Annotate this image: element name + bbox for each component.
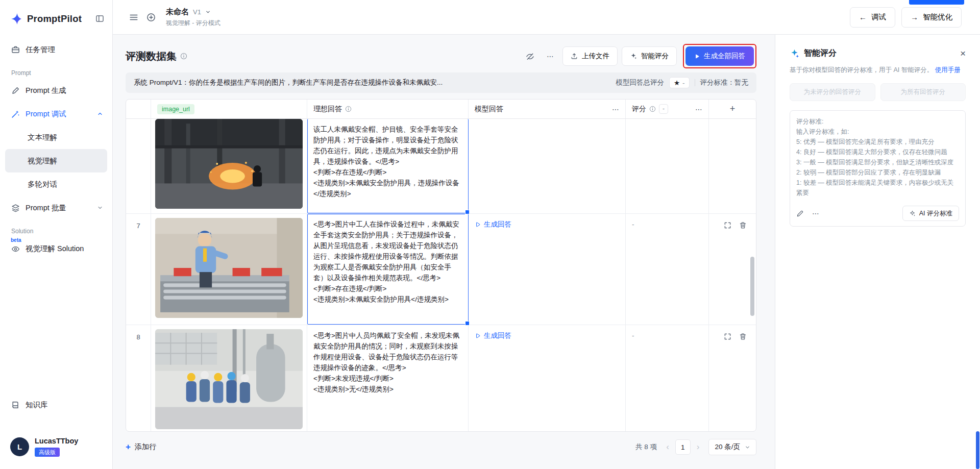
user-profile[interactable]: L LucasTTboy 高级版 [0, 430, 112, 469]
dataset-image[interactable] [155, 218, 303, 318]
info-icon[interactable] [649, 106, 656, 112]
column-menu-icon[interactable]: ⋯ [612, 105, 619, 113]
sidebar-item-prompt-debug[interactable]: Prompt 调试 [0, 102, 112, 126]
pager: ‹ 1 › [666, 439, 699, 455]
generate-all-answers-button[interactable]: 生成全部回答 [685, 46, 754, 66]
sidebar-item-prompt-batch[interactable]: Prompt 批量 [0, 196, 112, 219]
sidebar-collapse-icon[interactable] [95, 14, 104, 23]
sidebar-item-visual-solution[interactable]: beta 视觉理解 Solution [0, 237, 112, 260]
model-answer-cell[interactable] [469, 119, 626, 213]
model-answer-cell[interactable]: 生成回答 [469, 214, 626, 325]
app-root: PromptPilot 任务管理 Prompt Prompt 生成 Prompt… [0, 0, 980, 469]
delete-row-icon[interactable] [739, 221, 747, 229]
chevron-down-icon[interactable] [205, 9, 211, 15]
generate-answer-link[interactable]: 生成回答 [475, 330, 511, 341]
table-scrollbar-thumb[interactable] [750, 257, 754, 316]
ideal-answer-cell[interactable]: <思考>图片中工人在操作设备过程中，未佩戴安全手套这类安全防护用具；关于违规操作… [307, 214, 469, 325]
more-actions-icon[interactable]: ⋯ [542, 48, 558, 64]
page-scrollbar-thumb[interactable] [976, 431, 979, 469]
col-header-ideal-answer: 理想回答 [307, 100, 469, 118]
annotation-highlight-box: 生成全部回答 [683, 44, 756, 68]
sidebar-item-label: 文本理解 [28, 133, 57, 142]
ideal-answer-text: <思考>图片中人员均佩戴了安全帽，未发现未佩戴安全防护用具的情况；同时，未观察到… [313, 330, 462, 394]
topbar: 未命名 V1 视觉理解 - 评分模式 ← 调试 → 智能优化 [113, 0, 980, 35]
close-icon[interactable]: × [960, 48, 966, 58]
total-score-chip: ★ - [669, 77, 690, 88]
debug-button[interactable]: ← 调试 [850, 7, 895, 28]
upload-file-button[interactable]: 上传文件 [562, 46, 618, 66]
sidebar-item-label: Prompt 调试 [26, 109, 66, 119]
plan-badge: 高级版 [35, 448, 60, 457]
sidebar-item-visual-understanding[interactable]: 视觉理解 [5, 149, 107, 172]
table-scrollbar[interactable] [750, 100, 754, 431]
sidebar-item-multi-turn-dialogue[interactable]: 多轮对话 [5, 172, 107, 196]
more-options-icon[interactable]: ⋯ [812, 209, 819, 217]
row-index: 7 [126, 214, 151, 325]
play-icon [694, 54, 700, 59]
column-menu-icon[interactable]: ⋯ [695, 105, 702, 113]
app-title: PromptPilot [27, 13, 82, 24]
delete-row-icon[interactable] [739, 333, 747, 340]
version-label: V1 [193, 8, 201, 16]
page-scrollbar[interactable] [975, 0, 980, 469]
col-header-image-url: image_url [151, 100, 307, 118]
page-size-select[interactable]: 20 条/页 [708, 439, 756, 455]
info-icon[interactable] [180, 53, 187, 60]
dataset-image[interactable] [155, 329, 303, 429]
user-name: LucasTTboy [35, 437, 78, 446]
pen-icon [11, 86, 20, 95]
score-cell[interactable]: - [626, 214, 709, 325]
info-icon[interactable] [345, 106, 352, 112]
panel-description: 基于你对模型回答的评分标准，用于 AI 智能评分。 使用手册 [790, 65, 966, 75]
expand-row-icon[interactable] [724, 221, 731, 229]
row-image-cell[interactable] [151, 325, 307, 432]
page-number[interactable]: 1 [675, 439, 691, 455]
dataset-image[interactable] [155, 119, 303, 209]
score-unscored-button[interactable]: 为未评分的回答评分 [790, 83, 875, 101]
menu-icon[interactable] [125, 9, 142, 26]
smart-optimize-button[interactable]: → 智能优化 [901, 7, 962, 28]
edit-pencil-icon[interactable] [796, 210, 804, 217]
system-prompt-text: 系统 Prompt/V1：你的任务是根据生产车间的图片，判断生产车间是否存在违规… [134, 78, 443, 87]
score-cell[interactable]: - [626, 325, 709, 432]
ideal-answer-cell[interactable]: 该工人未佩戴安全帽、护目镜、安全手套等安全防护用具；对于设备操作，明显设备处于危… [307, 119, 469, 213]
system-prompt-bar[interactable]: 系统 Prompt/V1：你的任务是根据生产车间的图片，判断生产车间是否存在违规… [126, 72, 756, 93]
add-session-icon[interactable] [142, 9, 160, 26]
hide-columns-icon[interactable] [522, 48, 538, 64]
table-row: 8 [126, 325, 756, 432]
page-size-value: 20 条/页 [715, 442, 740, 452]
debug-button-label: 调试 [871, 12, 886, 22]
sidebar-item-label: Prompt 批量 [26, 203, 66, 213]
smart-score-button[interactable]: 智能评分 [622, 46, 677, 66]
chevron-down-icon [97, 205, 103, 211]
page-title-row: 评测数据集 [126, 50, 187, 63]
sidebar-item-task-management[interactable]: 任务管理 [0, 38, 112, 61]
row-image-cell[interactable] [151, 119, 307, 213]
add-column-button[interactable]: + [709, 100, 756, 118]
generate-answer-link[interactable]: 生成回答 [475, 219, 511, 230]
score-cell[interactable] [626, 119, 709, 213]
ai-criteria-button[interactable]: AI 评分标准 [902, 206, 959, 221]
prev-page-icon[interactable]: ‹ [666, 442, 669, 452]
total-score-value: - [682, 79, 685, 87]
score-all-button[interactable]: 为所有回答评分 [880, 83, 966, 101]
sidebar-item-knowledge-base[interactable]: 知识库 [0, 393, 112, 416]
smart-score-button-label: 智能评分 [641, 52, 669, 61]
title-block: 未命名 V1 视觉理解 - 评分模式 [166, 7, 220, 28]
ideal-answer-text: 该工人未佩戴安全帽、护目镜、安全手套等安全防护用具；对于设备操作，明显设备处于危… [313, 124, 462, 199]
sidebar-item-prompt-generate[interactable]: Prompt 生成 [0, 79, 112, 102]
scoring-criteria-editor[interactable]: 评分标准: 输入评分标准，如: 5: 优秀 — 模型回答完全满足所有要求，理由充… [790, 110, 966, 227]
next-page-icon[interactable]: › [697, 442, 700, 452]
score-filter-chip[interactable]: - [659, 104, 668, 114]
sidebar: PromptPilot 任务管理 Prompt Prompt 生成 Prompt… [0, 0, 113, 469]
sidebar-bottom: 知识库 L LucasTTboy 高级版 [0, 393, 112, 469]
add-row-button[interactable]: + 添加行 [126, 442, 156, 452]
row-image-cell[interactable] [151, 214, 307, 325]
sidebar-item-text-understanding[interactable]: 文本理解 [5, 126, 107, 149]
expand-row-icon[interactable] [724, 333, 731, 340]
upload-icon [571, 53, 578, 60]
model-answer-cell[interactable]: 生成回答 [469, 325, 626, 432]
manual-link[interactable]: 使用手册 [935, 66, 961, 73]
total-count: 共 8 项 [635, 442, 657, 452]
ideal-answer-cell[interactable]: <思考>图片中人员均佩戴了安全帽，未发现未佩戴安全防护用具的情况；同时，未观察到… [307, 325, 469, 432]
